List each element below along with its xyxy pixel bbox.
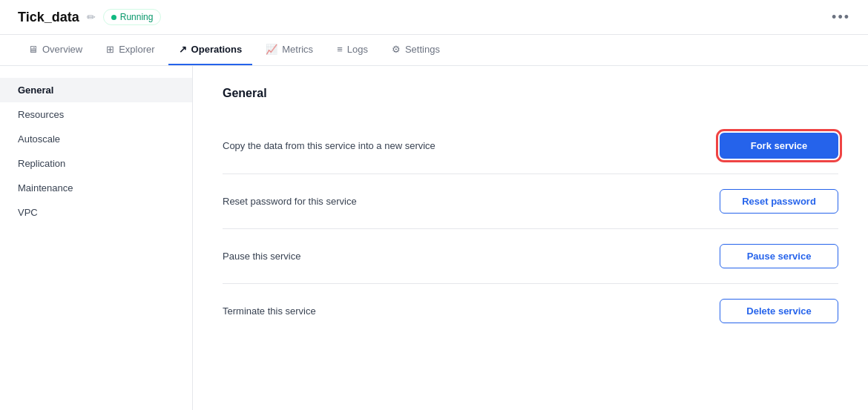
- logs-icon: ≡: [337, 44, 343, 55]
- sidebar: General Resources Autoscale Replication …: [0, 66, 193, 410]
- nav-tabs: 🖥 Overview ⊞ Explorer ↗ Operations 📈 Met…: [0, 35, 868, 66]
- op-button-reset-password[interactable]: Reset password: [720, 189, 838, 214]
- tab-overview[interactable]: 🖥 Overview: [18, 35, 93, 65]
- op-row-fork: Copy the data from this service into a n…: [223, 118, 838, 174]
- sidebar-item-resources[interactable]: Resources: [0, 102, 192, 127]
- sidebar-item-vpc[interactable]: VPC: [0, 200, 192, 225]
- edit-icon[interactable]: ✏: [87, 11, 96, 23]
- op-row-terminate: Terminate this serviceDelete service: [223, 284, 838, 338]
- op-description-pause: Pause this service: [223, 251, 301, 262]
- op-button-terminate[interactable]: Delete service: [720, 299, 838, 323]
- operations-container: Copy the data from this service into a n…: [223, 118, 838, 338]
- explorer-icon: ⊞: [106, 44, 114, 55]
- app-container: Tick_data ✏ Running ••• 🖥 Overview ⊞ Exp…: [0, 0, 868, 410]
- sidebar-item-general[interactable]: General: [0, 78, 192, 102]
- overview-icon: 🖥: [28, 44, 38, 55]
- content-title: General: [223, 87, 838, 100]
- tab-explorer[interactable]: ⊞ Explorer: [96, 35, 165, 65]
- op-row-pause: Pause this servicePause service: [223, 229, 838, 284]
- op-description-fork: Copy the data from this service into a n…: [223, 140, 435, 151]
- header-left: Tick_data ✏ Running: [18, 9, 161, 25]
- sidebar-item-maintenance[interactable]: Maintenance: [0, 176, 192, 200]
- service-name: Tick_data: [18, 10, 79, 25]
- header: Tick_data ✏ Running •••: [0, 0, 868, 35]
- sidebar-item-replication[interactable]: Replication: [0, 151, 192, 176]
- metrics-icon: 📈: [266, 44, 277, 55]
- op-description-terminate: Terminate this service: [223, 305, 316, 317]
- settings-icon: ⚙: [392, 44, 401, 55]
- op-button-fork[interactable]: Fork service: [720, 133, 838, 159]
- op-row-reset-password: Reset password for this serviceReset pas…: [223, 174, 838, 229]
- tab-metrics[interactable]: 📈 Metrics: [255, 35, 323, 65]
- op-description-reset-password: Reset password for this service: [223, 196, 357, 207]
- status-label: Running: [120, 12, 154, 22]
- content-area: General Copy the data from this service …: [193, 66, 868, 410]
- tab-settings[interactable]: ⚙ Settings: [381, 35, 450, 65]
- tab-operations[interactable]: ↗ Operations: [168, 35, 253, 65]
- operations-icon: ↗: [179, 44, 187, 55]
- tab-logs[interactable]: ≡ Logs: [326, 35, 378, 65]
- status-badge: Running: [103, 9, 162, 25]
- more-button[interactable]: •••: [832, 10, 850, 25]
- status-dot: [111, 15, 116, 20]
- main-content: General Resources Autoscale Replication …: [0, 66, 868, 410]
- op-button-pause[interactable]: Pause service: [720, 244, 838, 268]
- sidebar-item-autoscale[interactable]: Autoscale: [0, 127, 192, 151]
